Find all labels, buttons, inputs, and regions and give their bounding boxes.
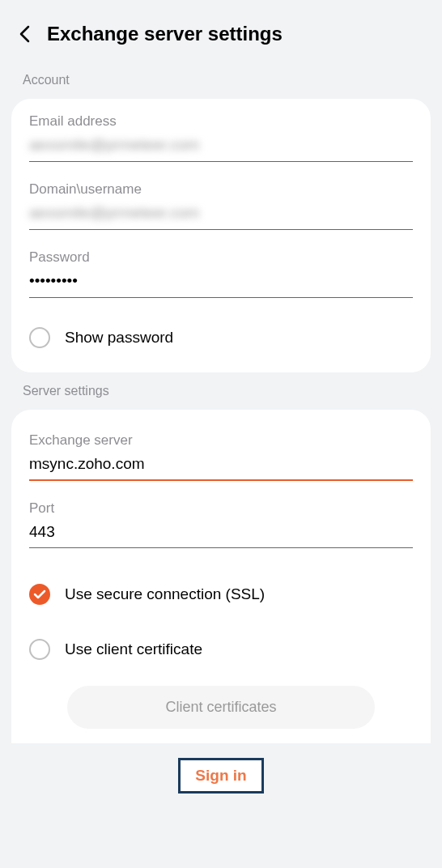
- client-cert-checkbox[interactable]: [29, 639, 50, 660]
- client-cert-label: Use client certificate: [65, 640, 202, 658]
- ssl-label: Use secure connection (SSL): [65, 585, 265, 603]
- exchange-server-field[interactable]: [29, 455, 413, 481]
- back-icon[interactable]: [16, 26, 32, 42]
- header: Exchange server settings: [0, 0, 442, 62]
- client-certificates-button[interactable]: Client certificates: [67, 686, 374, 729]
- password-field[interactable]: •••••••••: [29, 272, 413, 298]
- show-password-row[interactable]: Show password: [29, 317, 413, 358]
- domain-label: Domain\username: [29, 181, 413, 198]
- signin-container: Sign in: [0, 743, 442, 808]
- client-cert-row[interactable]: Use client certificate: [29, 629, 413, 670]
- server-card: Exchange server Port Use secure connecti…: [11, 410, 431, 743]
- ssl-checkbox[interactable]: [29, 584, 50, 605]
- account-card: Email address aexsmile@prmeteer.com Doma…: [11, 99, 431, 372]
- server-section-label: Server settings: [0, 372, 442, 410]
- signin-button[interactable]: Sign in: [178, 758, 263, 794]
- email-label: Email address: [29, 113, 413, 130]
- domain-field[interactable]: aexsmile@prmeteer.com: [29, 204, 413, 230]
- exchange-server-label: Exchange server: [29, 432, 413, 449]
- ssl-row[interactable]: Use secure connection (SSL): [29, 574, 413, 615]
- port-label: Port: [29, 500, 413, 517]
- page-title: Exchange server settings: [47, 23, 283, 45]
- show-password-checkbox[interactable]: [29, 327, 50, 348]
- account-section-label: Account: [0, 62, 442, 99]
- port-field[interactable]: [29, 523, 413, 548]
- show-password-label: Show password: [65, 329, 173, 347]
- password-label: Password: [29, 249, 413, 266]
- email-field[interactable]: aexsmile@prmeteer.com: [29, 136, 413, 162]
